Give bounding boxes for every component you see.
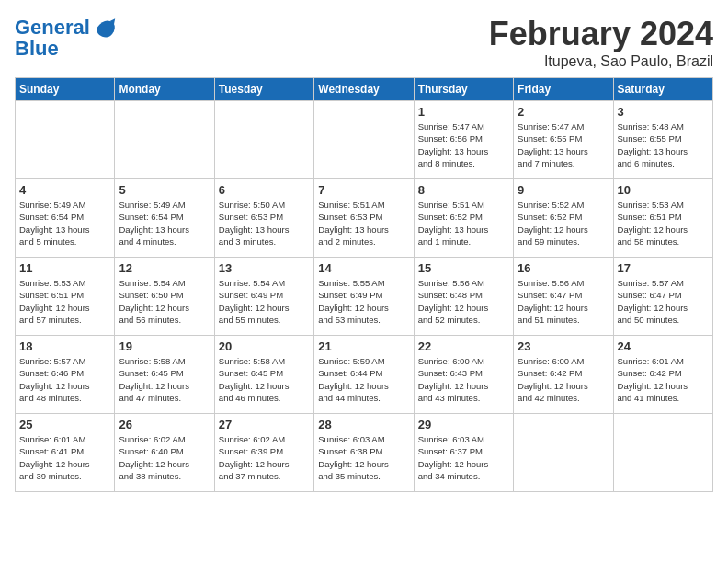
day-info: Sunrise: 6:00 AM Sunset: 6:42 PM Dayligh… — [518, 355, 609, 404]
day-number: 14 — [318, 261, 409, 275]
calendar-cell: 14Sunrise: 5:55 AM Sunset: 6:49 PM Dayli… — [314, 258, 414, 336]
calendar-cell: 10Sunrise: 5:53 AM Sunset: 6:51 PM Dayli… — [613, 179, 712, 258]
calendar-cell: 19Sunrise: 5:58 AM Sunset: 6:45 PM Dayli… — [115, 336, 214, 414]
day-info: Sunrise: 5:55 AM Sunset: 6:49 PM Dayligh… — [318, 277, 409, 326]
day-info: Sunrise: 5:48 AM Sunset: 6:55 PM Dayligh… — [618, 121, 709, 169]
day-info: Sunrise: 5:58 AM Sunset: 6:45 PM Dayligh… — [219, 355, 310, 404]
calendar-cell: 8Sunrise: 5:51 AM Sunset: 6:52 PM Daylig… — [414, 179, 513, 258]
day-number: 13 — [219, 261, 310, 275]
day-info: Sunrise: 6:03 AM Sunset: 6:38 PM Dayligh… — [318, 433, 409, 482]
calendar-cell: 21Sunrise: 5:59 AM Sunset: 6:44 PM Dayli… — [314, 336, 414, 414]
calendar-cell: 9Sunrise: 5:52 AM Sunset: 6:52 PM Daylig… — [514, 179, 613, 258]
calendar-cell — [613, 414, 712, 492]
day-info: Sunrise: 5:57 AM Sunset: 6:47 PM Dayligh… — [618, 277, 709, 326]
calendar-cell: 5Sunrise: 5:49 AM Sunset: 6:54 PM Daylig… — [115, 179, 214, 258]
day-number: 19 — [119, 339, 210, 353]
calendar-cell: 27Sunrise: 6:02 AM Sunset: 6:39 PM Dayli… — [214, 414, 313, 492]
day-info: Sunrise: 5:52 AM Sunset: 6:52 PM Dayligh… — [518, 199, 609, 247]
calendar-cell: 12Sunrise: 5:54 AM Sunset: 6:50 PM Dayli… — [115, 258, 214, 336]
calendar-cell: 28Sunrise: 6:03 AM Sunset: 6:38 PM Dayli… — [314, 414, 414, 492]
calendar-cell — [115, 101, 214, 179]
day-header-thursday: Thursday — [414, 78, 513, 101]
day-number: 10 — [618, 183, 709, 197]
day-info: Sunrise: 5:50 AM Sunset: 6:53 PM Dayligh… — [219, 199, 310, 247]
day-number: 1 — [418, 105, 509, 119]
day-number: 9 — [518, 183, 609, 197]
day-number: 22 — [418, 339, 509, 353]
day-info: Sunrise: 5:56 AM Sunset: 6:47 PM Dayligh… — [518, 277, 609, 326]
day-header-tuesday: Tuesday — [214, 78, 313, 101]
day-number: 4 — [19, 183, 110, 197]
day-number: 25 — [19, 418, 110, 431]
calendar-cell: 2Sunrise: 5:47 AM Sunset: 6:55 PM Daylig… — [514, 101, 613, 179]
calendar-cell — [214, 101, 313, 179]
logo-text: General — [15, 17, 90, 39]
day-header-sunday: Sunday — [16, 78, 115, 101]
day-info: Sunrise: 6:00 AM Sunset: 6:43 PM Dayligh… — [418, 355, 509, 404]
day-number: 3 — [618, 105, 709, 119]
week-row-0: 1Sunrise: 5:47 AM Sunset: 6:56 PM Daylig… — [16, 101, 713, 179]
day-header-friday: Friday — [514, 78, 613, 101]
calendar-cell: 4Sunrise: 5:49 AM Sunset: 6:54 PM Daylig… — [16, 179, 115, 258]
calendar-subtitle: Itupeva, Sao Paulo, Brazil — [489, 53, 713, 70]
calendar-cell — [16, 101, 115, 179]
calendar-cell: 13Sunrise: 5:54 AM Sunset: 6:49 PM Dayli… — [214, 258, 313, 336]
week-row-4: 25Sunrise: 6:01 AM Sunset: 6:41 PM Dayli… — [16, 414, 713, 492]
week-row-1: 4Sunrise: 5:49 AM Sunset: 6:54 PM Daylig… — [16, 179, 713, 258]
day-number: 5 — [119, 183, 210, 197]
calendar-cell: 15Sunrise: 5:56 AM Sunset: 6:48 PM Dayli… — [414, 258, 513, 336]
day-header-wednesday: Wednesday — [314, 78, 414, 101]
calendar-cell: 25Sunrise: 6:01 AM Sunset: 6:41 PM Dayli… — [16, 414, 115, 492]
day-number: 12 — [119, 261, 210, 275]
day-number: 24 — [618, 339, 709, 353]
calendar-table: SundayMondayTuesdayWednesdayThursdayFrid… — [15, 77, 713, 492]
day-info: Sunrise: 5:47 AM Sunset: 6:56 PM Dayligh… — [418, 121, 509, 169]
calendar-cell: 24Sunrise: 6:01 AM Sunset: 6:42 PM Dayli… — [613, 336, 712, 414]
day-number: 16 — [518, 261, 609, 275]
calendar-cell: 22Sunrise: 6:00 AM Sunset: 6:43 PM Dayli… — [414, 336, 513, 414]
calendar-cell: 11Sunrise: 5:53 AM Sunset: 6:51 PM Dayli… — [16, 258, 115, 336]
day-info: Sunrise: 5:49 AM Sunset: 6:54 PM Dayligh… — [119, 199, 210, 247]
day-number: 26 — [119, 418, 210, 431]
day-number: 2 — [518, 105, 609, 119]
calendar-cell: 20Sunrise: 5:58 AM Sunset: 6:45 PM Dayli… — [214, 336, 313, 414]
title-block: February 2024 Itupeva, Sao Paulo, Brazil — [489, 15, 713, 70]
calendar-cell: 18Sunrise: 5:57 AM Sunset: 6:46 PM Dayli… — [16, 336, 115, 414]
day-info: Sunrise: 6:03 AM Sunset: 6:37 PM Dayligh… — [418, 433, 509, 482]
day-info: Sunrise: 5:57 AM Sunset: 6:46 PM Dayligh… — [19, 355, 110, 404]
day-number: 21 — [318, 339, 409, 353]
logo-icon — [92, 15, 118, 40]
header: General Blue February 2024 Itupeva, Sao … — [15, 15, 713, 70]
day-number: 6 — [219, 183, 310, 197]
week-row-2: 11Sunrise: 5:53 AM Sunset: 6:51 PM Dayli… — [16, 258, 713, 336]
week-row-3: 18Sunrise: 5:57 AM Sunset: 6:46 PM Dayli… — [16, 336, 713, 414]
day-info: Sunrise: 6:02 AM Sunset: 6:39 PM Dayligh… — [219, 433, 310, 482]
day-info: Sunrise: 5:59 AM Sunset: 6:44 PM Dayligh… — [318, 355, 409, 404]
day-number: 15 — [418, 261, 509, 275]
day-header-monday: Monday — [115, 78, 214, 101]
calendar-title: February 2024 — [489, 15, 713, 53]
day-info: Sunrise: 6:02 AM Sunset: 6:40 PM Dayligh… — [119, 433, 210, 482]
calendar-cell: 7Sunrise: 5:51 AM Sunset: 6:53 PM Daylig… — [314, 179, 414, 258]
day-number: 18 — [19, 339, 110, 353]
calendar-cell: 16Sunrise: 5:56 AM Sunset: 6:47 PM Dayli… — [514, 258, 613, 336]
day-info: Sunrise: 5:51 AM Sunset: 6:53 PM Dayligh… — [318, 199, 409, 247]
calendar-cell: 29Sunrise: 6:03 AM Sunset: 6:37 PM Dayli… — [414, 414, 513, 492]
day-number: 28 — [318, 418, 409, 431]
calendar-cell — [314, 101, 414, 179]
calendar-cell: 23Sunrise: 6:00 AM Sunset: 6:42 PM Dayli… — [514, 336, 613, 414]
calendar-cell: 1Sunrise: 5:47 AM Sunset: 6:56 PM Daylig… — [414, 101, 513, 179]
day-info: Sunrise: 5:49 AM Sunset: 6:54 PM Dayligh… — [19, 199, 110, 247]
calendar-cell: 26Sunrise: 6:02 AM Sunset: 6:40 PM Dayli… — [115, 414, 214, 492]
day-number: 27 — [219, 418, 310, 431]
day-info: Sunrise: 5:51 AM Sunset: 6:52 PM Dayligh… — [418, 199, 509, 247]
day-info: Sunrise: 5:47 AM Sunset: 6:55 PM Dayligh… — [518, 121, 609, 169]
day-number: 17 — [618, 261, 709, 275]
day-info: Sunrise: 5:54 AM Sunset: 6:50 PM Dayligh… — [119, 277, 210, 326]
day-info: Sunrise: 5:53 AM Sunset: 6:51 PM Dayligh… — [618, 199, 709, 247]
calendar-cell — [514, 414, 613, 492]
day-info: Sunrise: 5:53 AM Sunset: 6:51 PM Dayligh… — [19, 277, 110, 326]
day-header-saturday: Saturday — [613, 78, 712, 101]
calendar-cell: 6Sunrise: 5:50 AM Sunset: 6:53 PM Daylig… — [214, 179, 313, 258]
day-info: Sunrise: 6:01 AM Sunset: 6:41 PM Dayligh… — [19, 433, 110, 482]
